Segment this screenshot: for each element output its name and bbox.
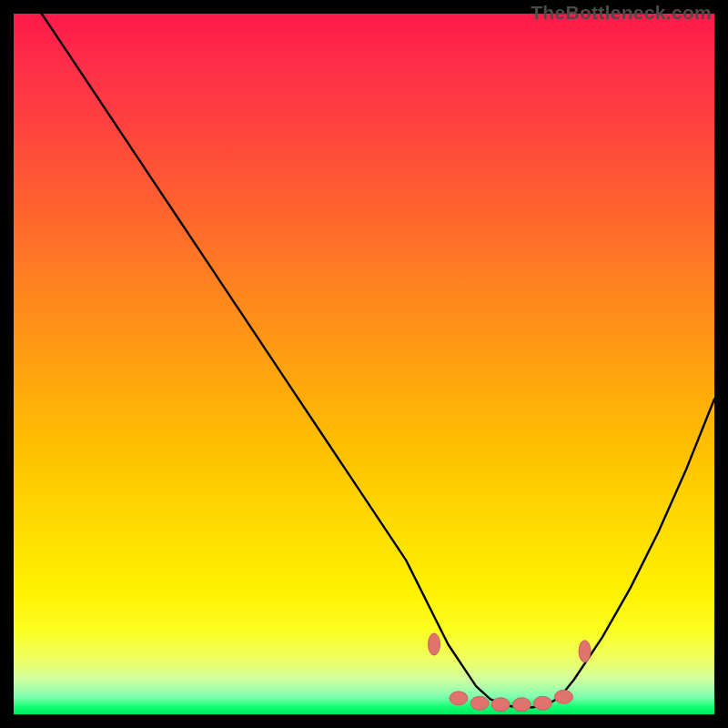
optimal-range-marker: [470, 696, 489, 710]
optimal-range-marker: [450, 692, 468, 705]
optimal-range-marker: [554, 690, 572, 703]
watermark-label: TheBottleneck.com: [531, 2, 712, 24]
curve-group: [14, 14, 714, 707]
chart-svg: [14, 14, 714, 714]
plot-area: [14, 14, 714, 714]
optimal-range-marker: [533, 696, 551, 710]
optimal-range-marker: [491, 698, 510, 712]
bottleneck-curve: [14, 14, 714, 707]
optimal-range-marker: [579, 641, 591, 662]
optimal-range-marker: [429, 633, 440, 655]
optimal-range-marker: [512, 698, 531, 712]
marker-group: [429, 633, 592, 712]
